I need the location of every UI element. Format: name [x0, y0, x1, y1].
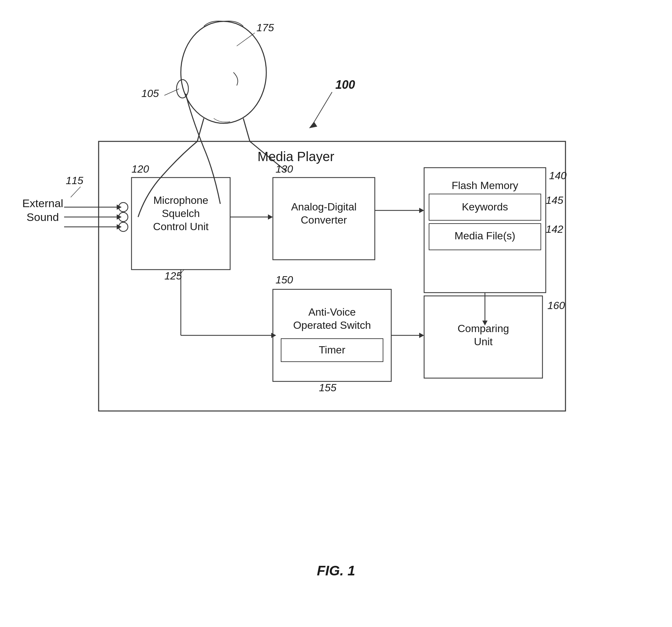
ref-105-label: 105	[141, 88, 159, 99]
svg-line-1	[197, 118, 204, 141]
media-files-label: Media File(s)	[455, 230, 515, 242]
svg-marker-27	[271, 333, 276, 338]
external-sound-label2: Sound	[27, 211, 59, 223]
ref-115-label: 115	[66, 175, 83, 187]
external-sound-label: External	[22, 197, 64, 210]
keywords-label: Keywords	[462, 201, 508, 213]
adc-label2: Converter	[301, 214, 347, 226]
svg-point-0	[181, 21, 266, 123]
svg-marker-20	[268, 214, 273, 220]
diagram-container: 175 105 100 Media Player External Sound …	[0, 0, 672, 627]
comparing-unit-label1: Comparing	[458, 322, 509, 334]
ref-140-label: 140	[549, 170, 567, 182]
person-figure	[138, 21, 286, 217]
ref-125-label: 125	[164, 270, 182, 282]
microphone-label: Microphone	[153, 194, 208, 206]
ref-100-label: 100	[335, 78, 355, 91]
squelch-label: Squelch	[162, 208, 200, 219]
ref-145-label: 145	[546, 194, 563, 206]
svg-line-2	[243, 118, 250, 141]
timer-label: Timer	[319, 344, 345, 356]
anti-voice-label1: Anti-Voice	[308, 306, 356, 318]
svg-marker-29	[419, 333, 424, 338]
svg-line-4	[237, 33, 255, 46]
ref-120-label: 120	[131, 163, 149, 175]
ref-160-label: 160	[547, 299, 565, 311]
ref-130-label: 130	[275, 163, 293, 175]
adc-label1: Analog-Digital	[291, 201, 356, 213]
flash-memory-label: Flash Memory	[452, 179, 519, 191]
svg-marker-7	[309, 122, 317, 128]
ref-175-label: 175	[257, 22, 274, 33]
ref-142-label: 142	[546, 223, 563, 235]
svg-line-17	[71, 187, 80, 197]
anti-voice-label2: Operated Switch	[293, 319, 371, 331]
svg-line-6	[312, 92, 332, 125]
comparing-unit-label2: Unit	[474, 336, 493, 347]
anti-voice-box	[273, 289, 391, 381]
control-unit-label: Control Unit	[153, 221, 209, 233]
svg-marker-22	[419, 208, 424, 213]
figure-label: FIG. 1	[317, 563, 355, 578]
media-player-label: Media Player	[258, 149, 334, 164]
ref-155-label: 155	[319, 382, 337, 393]
ref-150-label: 150	[275, 274, 293, 286]
